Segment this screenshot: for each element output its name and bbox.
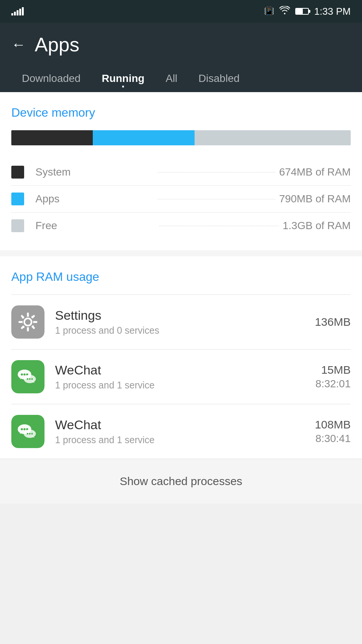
signal-bar-3 — [17, 10, 18, 15]
legend-dots-apps — [157, 199, 275, 199]
tab-disabled[interactable]: Disabled — [188, 66, 250, 92]
app-ram-title: App RAM usage — [11, 270, 351, 284]
app-name-wechat2: WeChat — [55, 418, 315, 432]
app-sub-settings: 1 process and 0 services — [55, 325, 315, 336]
legend-value-free: 1.3GB of RAM — [283, 220, 351, 232]
svg-rect-3 — [27, 328, 29, 331]
memory-bar — [11, 130, 351, 145]
app-sub-wechat2: 1 process and 1 service — [55, 434, 315, 445]
app-info-settings: Settings 1 process and 0 services — [55, 308, 315, 336]
app-info-wechat1: WeChat 1 process and 1 service — [55, 363, 316, 391]
legend-free: Free 1.3GB of RAM — [11, 213, 351, 239]
battery-icon — [295, 8, 309, 15]
bar-apps — [93, 130, 195, 145]
bar-free — [195, 130, 351, 145]
svg-point-21 — [23, 428, 26, 430]
legend-label-apps: Apps — [35, 193, 153, 205]
page-title: Apps — [35, 33, 80, 56]
show-cached-button[interactable]: Show cached processes — [0, 459, 362, 504]
legend-color-free — [11, 219, 24, 232]
show-cached-label: Show cached processes — [120, 475, 242, 487]
app-size-wechat2: 108MB — [315, 418, 351, 431]
legend-dots-free — [159, 226, 279, 226]
svg-rect-5 — [34, 321, 37, 323]
app-icon-wechat2 — [11, 415, 44, 448]
svg-point-17 — [29, 378, 31, 380]
app-size-settings: 136MB — [315, 316, 351, 328]
legend-color-apps — [11, 193, 24, 205]
legend-apps: Apps 790MB of RAM — [11, 186, 351, 213]
tab-bar: Downloaded Running All Disabled — [11, 66, 351, 92]
app-name-wechat1: WeChat — [55, 363, 316, 377]
bar-system — [11, 130, 93, 145]
app-sub-wechat1: 1 process and 1 service — [55, 380, 316, 391]
tab-all[interactable]: All — [155, 66, 188, 92]
wifi-icon — [279, 6, 290, 17]
svg-point-16 — [27, 378, 28, 380]
svg-point-13 — [23, 373, 26, 376]
wechat-icon — [16, 367, 40, 387]
app-stats-wechat1: 15MB 8:32:01 — [316, 364, 351, 390]
wechat-icon-2 — [16, 422, 40, 441]
legend-label-system: System — [35, 166, 153, 178]
status-bar-right: 📳 1:33 PM — [264, 6, 351, 17]
legend-system: System 674MB of RAM — [11, 159, 351, 186]
legend-value-system: 674MB of RAM — [279, 166, 351, 178]
app-time-wechat1: 8:32:01 — [316, 378, 351, 390]
device-memory-title: Device memory — [11, 106, 351, 120]
legend-color-system — [11, 166, 24, 179]
signal-bar-2 — [14, 12, 16, 15]
app-item-settings[interactable]: Settings 1 process and 0 services 136MB — [11, 294, 351, 349]
app-size-wechat1: 15MB — [316, 364, 351, 376]
svg-point-24 — [27, 433, 28, 434]
signal-indicator — [11, 7, 24, 15]
signal-bar-4 — [19, 9, 21, 15]
app-ram-section: App RAM usage — [0, 256, 362, 459]
app-time-wechat2: 8:30:41 — [315, 433, 351, 445]
svg-point-12 — [21, 373, 23, 376]
header-top: ← Apps — [11, 33, 351, 56]
memory-legend: System 674MB of RAM Apps 790MB of RAM Fr… — [11, 159, 351, 239]
legend-value-apps: 790MB of RAM — [279, 193, 351, 205]
gear-icon — [17, 311, 38, 333]
app-stats-settings: 136MB — [315, 316, 351, 328]
svg-point-10 — [25, 319, 31, 325]
app-item-wechat1[interactable]: WeChat 1 process and 1 service 15MB 8:32… — [11, 349, 351, 404]
legend-dots-system — [157, 172, 275, 173]
app-list: Settings 1 process and 0 services 136MB — [11, 294, 351, 459]
svg-point-18 — [31, 378, 33, 380]
svg-point-20 — [21, 428, 23, 430]
app-item-wechat2[interactable]: WeChat 1 process and 1 service 108MB 8:3… — [11, 404, 351, 459]
svg-rect-4 — [18, 321, 22, 323]
signal-bar-5 — [22, 7, 24, 15]
legend-label-free: Free — [35, 220, 155, 232]
content: Device memory System 674MB of RAM Apps 7… — [0, 92, 362, 504]
header: ← Apps Downloaded Running All Disabled — [0, 23, 362, 92]
time-display: 1:33 PM — [314, 6, 351, 17]
vibrate-icon: 📳 — [264, 6, 274, 16]
svg-rect-2 — [27, 313, 29, 316]
device-memory-section: Device memory System 674MB of RAM Apps 7… — [0, 92, 362, 250]
status-bar: 📳 1:33 PM — [0, 0, 362, 23]
tab-downloaded[interactable]: Downloaded — [11, 66, 91, 92]
app-name-settings: Settings — [55, 308, 315, 323]
back-button[interactable]: ← — [11, 37, 26, 53]
tab-running[interactable]: Running — [91, 66, 155, 92]
svg-point-25 — [29, 433, 31, 434]
signal-bar-1 — [11, 13, 13, 15]
app-stats-wechat2: 108MB 8:30:41 — [315, 418, 351, 445]
app-icon-wechat1 — [11, 360, 44, 393]
app-icon-settings — [11, 305, 44, 339]
svg-point-26 — [31, 433, 33, 434]
app-info-wechat2: WeChat 1 process and 1 service — [55, 418, 315, 445]
